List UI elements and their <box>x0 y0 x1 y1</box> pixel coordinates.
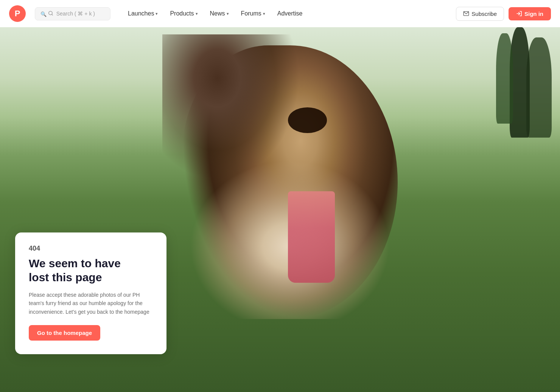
subscribe-label: Subscribe <box>471 11 497 17</box>
error-title: We seem to have lost this page <box>29 256 153 285</box>
logo[interactable]: P <box>9 5 26 22</box>
search-placeholder: Search ( ⌘ + k ) <box>56 11 95 17</box>
error-code: 404 <box>29 245 153 253</box>
envelope-icon <box>463 11 469 17</box>
nav-item-products[interactable]: Products ▾ <box>165 7 203 20</box>
dog-tongue <box>288 191 335 282</box>
error-description: Please accept these adorable photos of o… <box>29 291 153 316</box>
nav-label-products: Products <box>170 10 194 17</box>
chevron-down-icon: ▾ <box>196 11 198 16</box>
nav-label-news: News <box>210 10 225 17</box>
nav-item-news[interactable]: News ▾ <box>205 7 234 20</box>
nav-item-advertise[interactable]: Advertise <box>272 7 308 20</box>
signin-label: Sign in <box>524 11 543 17</box>
dog-ear <box>162 34 300 180</box>
error-title-line2: lost this page <box>29 271 102 284</box>
nav-label-launches: Launches <box>128 10 154 17</box>
nav-item-launches[interactable]: Launches ▾ <box>123 7 163 20</box>
svg-line-1 <box>51 14 53 15</box>
subscribe-button[interactable]: Subscribe <box>456 7 504 21</box>
logo-letter: P <box>15 9 20 19</box>
go-to-homepage-button[interactable]: Go to the homepage <box>29 325 100 341</box>
nav-label-forums: Forums <box>241 10 261 17</box>
error-title-line1: We seem to have <box>29 257 121 270</box>
hero-section: 404 We seem to have lost this page Pleas… <box>0 27 560 392</box>
nav-item-forums[interactable]: Forums ▾ <box>236 7 271 20</box>
logo-mark[interactable]: P <box>9 5 26 22</box>
chevron-down-icon: ▾ <box>227 11 229 16</box>
trees <box>392 27 560 228</box>
search-bar[interactable]: Search ( ⌘ + k ) <box>35 7 110 20</box>
dog-nose <box>288 107 327 133</box>
chevron-down-icon: ▾ <box>263 11 265 16</box>
signin-icon <box>516 11 522 17</box>
error-card: 404 We seem to have lost this page Pleas… <box>15 232 166 354</box>
chevron-down-icon: ▾ <box>156 11 158 16</box>
navbar: P Search ( ⌘ + k ) Launches ▾ Products ▾… <box>0 0 560 27</box>
nav-links: Launches ▾ Products ▾ News ▾ Forums ▾ Ad… <box>123 7 450 20</box>
nav-right: Subscribe Sign in <box>456 7 551 21</box>
nav-label-advertise: Advertise <box>277 10 303 17</box>
signin-button[interactable]: Sign in <box>509 7 551 20</box>
search-icon <box>40 11 53 17</box>
